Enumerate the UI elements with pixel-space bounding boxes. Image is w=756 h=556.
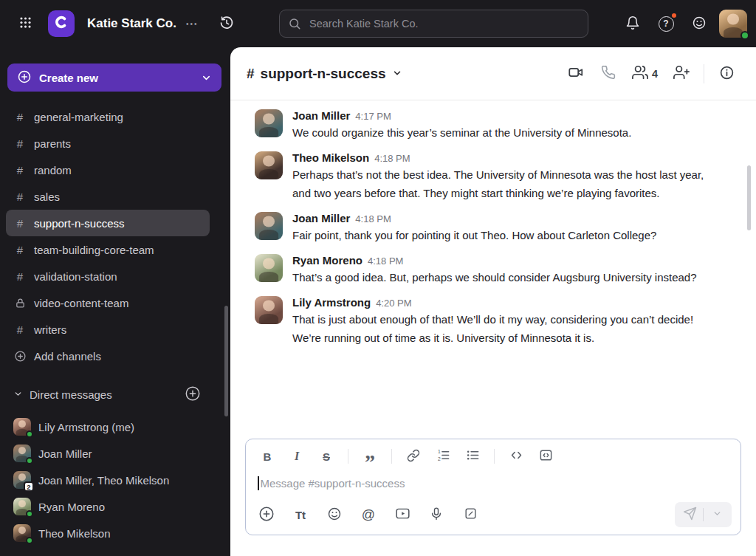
chat-scrollbar[interactable] xyxy=(747,165,751,230)
message-composer: B I S ” 12 xyxy=(245,439,741,535)
message-body: Theo Mikelson 4:18 PM Perhaps that’s not… xyxy=(292,151,709,202)
divider xyxy=(348,449,348,464)
logo-icon xyxy=(53,14,69,33)
mention-button[interactable]: @ xyxy=(357,503,380,526)
dm-item-theo-mikelson[interactable]: Theo Mikelson xyxy=(6,520,210,546)
online-status-dot xyxy=(26,430,33,438)
message-body: Joan Miller 4:18 PM Fair point, thank yo… xyxy=(292,212,656,244)
sidebar-item-sales[interactable]: # sales xyxy=(6,183,210,210)
sidebar-item-validation-station[interactable]: # validation-station xyxy=(6,263,210,289)
dm-item-joan-miller[interactable]: Joan Miller xyxy=(6,440,210,467)
input-placeholder: Message #support-n-success xyxy=(261,477,405,490)
avatar[interactable] xyxy=(255,151,283,179)
video-message-button[interactable] xyxy=(391,503,414,526)
dm-section-header[interactable]: Direct messages xyxy=(6,381,210,408)
divider xyxy=(494,449,495,464)
ordered-list-button[interactable]: 12 xyxy=(430,445,456,467)
message-author[interactable]: Joan Miller xyxy=(292,109,350,122)
italic-button[interactable]: I xyxy=(284,445,309,467)
channel-name: validation-station xyxy=(34,270,117,283)
search-bar xyxy=(279,10,588,38)
channel-actions: 4 xyxy=(563,60,740,87)
hash-icon: # xyxy=(13,270,27,283)
user-avatar[interactable] xyxy=(719,10,747,38)
avatar xyxy=(13,445,31,462)
new-dm-button[interactable] xyxy=(183,385,202,404)
channel-title[interactable]: # support-n-success xyxy=(247,66,402,82)
notifications-button[interactable] xyxy=(619,10,646,37)
history-icon xyxy=(219,16,234,32)
message-timestamp: 4:18 PM xyxy=(374,153,410,164)
search-input[interactable] xyxy=(279,10,588,38)
video-call-button[interactable] xyxy=(563,61,589,87)
sidebar-item-video-content-team[interactable]: video-content-team xyxy=(6,289,210,316)
send-button[interactable] xyxy=(676,504,703,525)
message-text: We could organize this year’s seminar at… xyxy=(292,123,631,142)
canvas-button[interactable] xyxy=(458,503,482,526)
sidebar-scrollbar[interactable] xyxy=(224,306,228,416)
workspace-name[interactable]: Katie Stark Co. xyxy=(87,16,176,31)
strikethrough-button[interactable]: S xyxy=(314,445,339,467)
link-icon xyxy=(407,449,420,464)
bullet-list-button[interactable] xyxy=(460,445,485,467)
plus-circle-icon xyxy=(185,385,201,404)
app-logo[interactable] xyxy=(48,10,75,37)
message-body: Lily Armstrong 4:20 PM That is just abou… xyxy=(292,296,709,347)
add-channels-button[interactable]: Add channels xyxy=(6,343,210,369)
inline-code-button[interactable] xyxy=(504,445,529,467)
avatar[interactable] xyxy=(255,109,283,137)
sidebar-item-writers[interactable]: # writers xyxy=(6,316,210,343)
channel-name: random xyxy=(34,164,72,176)
message-input[interactable]: Message #support-n-success xyxy=(246,467,740,499)
sidebar-item-parents[interactable]: # parents xyxy=(6,130,210,157)
avatar[interactable] xyxy=(255,296,283,324)
phone-call-button[interactable] xyxy=(595,61,622,87)
audio-message-button[interactable] xyxy=(425,503,448,526)
avatar[interactable] xyxy=(255,254,283,282)
text-format-button[interactable]: Tt xyxy=(289,503,312,526)
dm-name: Joan Miller, Theo Mikelson xyxy=(38,474,169,487)
avatar[interactable] xyxy=(255,212,283,240)
dm-section-label: Direct messages xyxy=(30,388,112,401)
quote-button[interactable]: ” xyxy=(357,445,382,467)
avatar xyxy=(13,498,31,515)
members-icon xyxy=(632,64,648,83)
help-button[interactable]: ? xyxy=(653,10,679,37)
send-options-button[interactable] xyxy=(704,504,730,525)
hash-icon: # xyxy=(13,244,27,256)
link-button[interactable] xyxy=(401,445,426,467)
message-author[interactable]: Theo Mikelson xyxy=(292,151,369,164)
sidebar-item-general-marketing[interactable]: # general-marketing xyxy=(6,103,210,130)
attach-button[interactable] xyxy=(255,503,278,526)
status-emoji-button[interactable] xyxy=(686,10,712,37)
create-new-button[interactable]: Create new xyxy=(7,64,221,92)
dm-item-ryan-moreno[interactable]: Ryan Moreno xyxy=(6,493,210,520)
sidebar-item-random[interactable]: # random xyxy=(6,157,210,183)
app-grid-button[interactable] xyxy=(12,10,38,37)
sidebar-item-support-n-success[interactable]: # support-n-success xyxy=(6,210,210,236)
emoji-button[interactable] xyxy=(323,503,346,526)
members-button[interactable]: 4 xyxy=(628,60,662,87)
message-author[interactable]: Joan Miller xyxy=(292,212,350,224)
svg-text:2: 2 xyxy=(437,456,440,461)
grid-icon xyxy=(18,16,32,32)
bold-button[interactable]: B xyxy=(255,445,280,467)
sidebar-item-team-building-core-team[interactable]: # team-building-core-team xyxy=(6,236,210,263)
dm-name: Ryan Moreno xyxy=(38,501,105,513)
video-camera-icon xyxy=(568,64,584,83)
mention-icon: @ xyxy=(362,507,375,523)
formatting-toolbar: B I S ” 12 xyxy=(246,439,740,467)
message-author[interactable]: Ryan Moreno xyxy=(292,254,362,267)
dm-item-lily-armstrong[interactable]: Lily Armstrong (me) xyxy=(6,413,210,440)
message-author[interactable]: Lily Armstrong xyxy=(292,296,371,309)
channel-info-button[interactable] xyxy=(713,61,740,87)
history-button[interactable] xyxy=(213,10,240,37)
add-member-button[interactable] xyxy=(668,61,695,87)
plus-circle-icon xyxy=(13,350,27,363)
avatar xyxy=(13,524,31,542)
dm-item-joan-miller-theo-mikelson[interactable]: 2 Joan Miller, Theo Mikelson xyxy=(6,467,210,493)
code-block-button[interactable] xyxy=(533,445,558,467)
channel-name: sales xyxy=(34,191,60,203)
workspace-menu-button[interactable]: ••• xyxy=(186,20,199,28)
message-row: Ryan Moreno 4:18 PM That’s a good idea. … xyxy=(255,254,709,286)
